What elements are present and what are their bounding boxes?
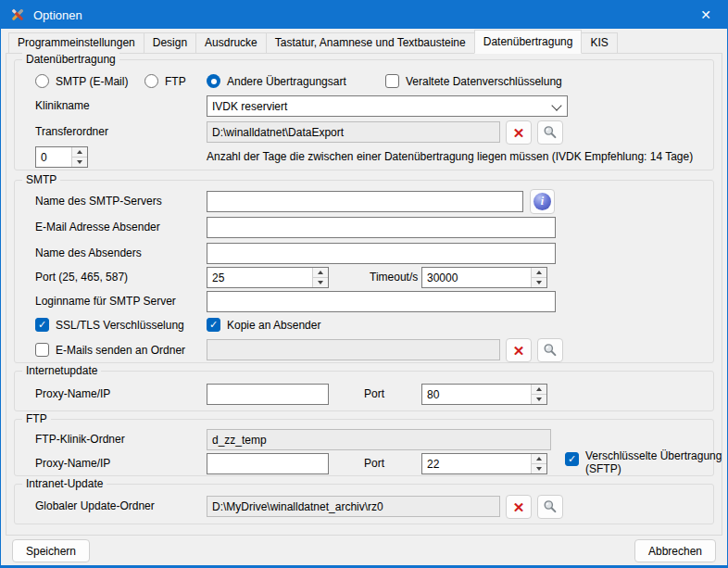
spin-down-button[interactable] (532, 394, 546, 404)
tab-kis[interactable]: KIS (581, 32, 617, 53)
tab-programmeinstellungen[interactable]: Programmeinstellungen (8, 32, 144, 53)
smtp-login-label: Loginname für SMTP Server (35, 291, 176, 312)
smtp-info-button[interactable]: i (530, 189, 555, 214)
browse-transferordner-button[interactable] (537, 120, 563, 145)
ftp-port-input[interactable] (422, 454, 531, 473)
spinner-buttons (531, 268, 546, 287)
spin-down-button[interactable] (532, 277, 546, 287)
magnifier-icon (543, 125, 558, 140)
ftp-proxy-input[interactable] (207, 453, 329, 474)
radio-label: SMTP (E-Mail) (56, 75, 128, 88)
radio-icon (144, 74, 158, 88)
checkbox-icon (385, 74, 399, 88)
group-title: Datenübertragung (22, 53, 119, 66)
checkbox-label: Veraltete Datenverschlüsselung (406, 75, 562, 88)
tab-page-datenuebertragung: Datenübertragung SMTP (E-Mail) FTP Ander… (6, 53, 722, 536)
smtp-port-label: Port (25, 465, 587) (35, 267, 128, 288)
globaler-update-ordner-label: Globaler Update-Ordner (35, 496, 155, 517)
spin-up-button[interactable] (532, 454, 546, 463)
info-icon: i (533, 193, 551, 210)
sender-name-label: Name des Absenders (35, 243, 142, 264)
checkbox-checked-icon: ✓ (565, 452, 579, 466)
red-x-icon: ✕ (513, 500, 525, 514)
inet-proxy-input[interactable] (207, 384, 329, 405)
ftp-port-spinner (421, 453, 547, 474)
spin-up-button[interactable] (532, 268, 546, 277)
checkbox-label: SSL/TLS Verschlüsselung (56, 319, 184, 332)
tab-strip: Programmeinstellungen Design Ausdrucke T… (8, 32, 617, 53)
close-button[interactable]: ✕ (684, 1, 727, 29)
sender-email-input[interactable] (207, 217, 556, 238)
checkbox-sftp[interactable]: ✓ Verschlüsselte Übertragung (SFTP) (565, 449, 724, 475)
radio-selected-icon (207, 74, 220, 88)
spinner-buttons (531, 385, 546, 404)
sender-name-input[interactable] (207, 243, 556, 264)
spin-up-button[interactable] (72, 147, 87, 157)
spin-down-button[interactable] (313, 277, 328, 287)
spin-up-button[interactable] (532, 385, 546, 394)
transferordner-field[interactable] (207, 121, 500, 143)
checkbox-checked-icon: ✓ (207, 318, 220, 332)
radio-label: FTP (165, 75, 186, 88)
radio-ftp[interactable]: FTP (144, 74, 186, 88)
browse-email-folder-button[interactable] (537, 338, 563, 362)
spin-up-button[interactable] (313, 268, 328, 277)
spin-down-button[interactable] (72, 157, 87, 167)
group-title: FTP (22, 412, 51, 425)
smtp-port-input[interactable] (207, 268, 312, 287)
spinner-buttons (531, 454, 546, 473)
email-folder-field[interactable] (207, 339, 500, 360)
tab-ausdrucke[interactable]: Ausdrucke (195, 32, 267, 53)
group-internetupdate: Internetupdate Proxy-Name/IP Port (14, 371, 714, 411)
ftp-klinik-ordner-label: FTP-Klinik-Ordner (35, 429, 125, 450)
klinikname-select[interactable]: IVDK reserviert (207, 95, 568, 117)
radio-smtp-email[interactable]: SMTP (E-Mail) (35, 74, 128, 88)
group-smtp: SMTP Name des SMTP-Servers i E-Mail Adre… (14, 180, 714, 363)
tab-datenuebertragung[interactable]: Datenübertragung (474, 30, 583, 54)
ftp-port-label: Port (364, 453, 384, 474)
magnifier-icon (543, 343, 558, 358)
smtp-login-input[interactable] (207, 291, 556, 312)
spin-down-button[interactable] (532, 463, 546, 473)
group-ftp: FTP FTP-Klinik-Ordner Proxy-Name/IP Port… (14, 419, 714, 476)
red-x-icon: ✕ (513, 344, 525, 358)
timeout-spinner (421, 267, 547, 288)
tage-input[interactable] (36, 147, 71, 167)
checkbox-kopie-an-absender[interactable]: ✓ Kopie an Absender (207, 318, 320, 332)
tage-spinner (35, 146, 88, 168)
clear-transferordner-button[interactable]: ✕ (506, 120, 532, 145)
tools-icon (9, 6, 26, 23)
browse-update-ordner-button[interactable] (537, 495, 563, 519)
inet-port-spinner (421, 384, 547, 405)
ftp-klinik-ordner-field[interactable] (207, 429, 551, 450)
smtp-server-input[interactable] (207, 191, 523, 212)
window-title: Optionen (33, 8, 82, 22)
chevron-down-icon (551, 101, 562, 112)
save-button[interactable]: Speichern (12, 539, 90, 562)
spinner-buttons (312, 268, 328, 287)
checkbox-veraltete-datenverschluesselung[interactable]: Veraltete Datenverschlüsselung (385, 74, 562, 88)
ftp-proxy-label: Proxy-Name/IP (35, 453, 110, 474)
checkbox-label: Kopie an Absender (227, 319, 320, 332)
group-title: SMTP (22, 173, 60, 186)
checkbox-label: Verschlüsselte Übertragung (SFTP) (585, 449, 724, 475)
checkbox-emails-an-ordner[interactable]: E-Mails senden an Ordner (35, 343, 185, 357)
smtp-server-label: Name des SMTP-Servers (35, 191, 162, 212)
group-title: Intranet-Update (22, 477, 107, 490)
checkbox-ssl-tls[interactable]: ✓ SSL/TLS Verschlüsselung (35, 318, 184, 332)
inet-proxy-label: Proxy-Name/IP (35, 384, 110, 405)
radio-label: Andere Übertragungsart (227, 75, 346, 88)
clear-email-folder-button[interactable]: ✕ (506, 338, 532, 362)
tab-tastatur-anamnese[interactable]: Tastatur, Anamnese und Textbausteine (266, 32, 475, 53)
timeout-input[interactable] (422, 268, 531, 287)
timeout-label: Timeout/s (370, 267, 418, 288)
inet-port-input[interactable] (422, 385, 531, 404)
red-x-icon: ✕ (513, 126, 525, 140)
tab-design[interactable]: Design (144, 32, 196, 53)
radio-andere-uebertragungsart[interactable]: Andere Übertragungsart (207, 74, 346, 88)
cancel-button[interactable]: Abbrechen (634, 539, 716, 562)
globaler-update-ordner-field[interactable] (207, 496, 500, 517)
checkbox-icon (35, 343, 49, 357)
sender-email-label: E-Mail Adresse Absender (35, 217, 160, 238)
clear-update-ordner-button[interactable]: ✕ (506, 495, 532, 519)
